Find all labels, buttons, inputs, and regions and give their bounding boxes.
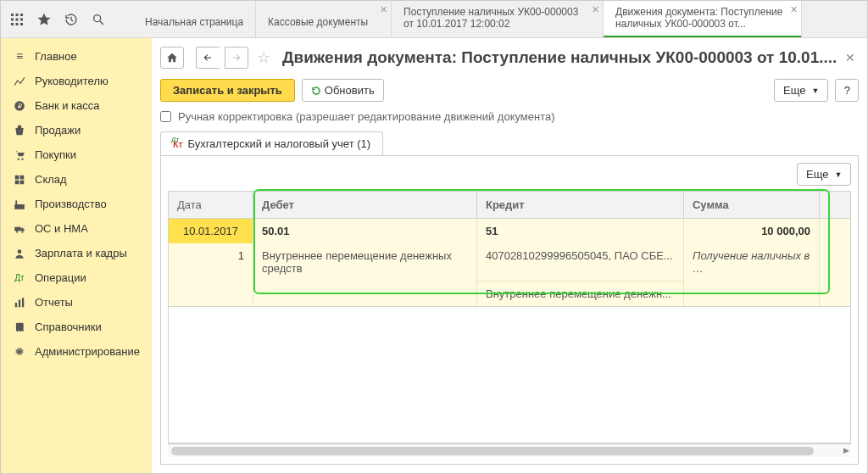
close-icon[interactable]: ✕ — [592, 4, 599, 15]
cell-debit-account: 50.01 — [253, 219, 477, 243]
ruble-icon: ₽ — [13, 100, 26, 112]
bars-icon — [13, 297, 26, 309]
more-label: Еще — [806, 168, 828, 181]
forward-button[interactable] — [225, 47, 248, 69]
sidebar-item-label: Администрирование — [35, 345, 140, 358]
scroll-right-icon[interactable]: ▶ — [843, 446, 849, 454]
boxes-icon — [13, 174, 26, 186]
history-icon[interactable] — [64, 12, 79, 27]
sidebar-item-purchases[interactable]: Покупки — [1, 142, 152, 167]
svg-rect-26 — [19, 299, 20, 307]
book-icon — [13, 321, 26, 333]
svg-point-22 — [16, 231, 18, 232]
tab-label: Поступление наличных УК00-000003 от 10.0… — [403, 6, 578, 30]
table-row[interactable]: Внутреннее перемещение денежн... — [169, 281, 850, 306]
svg-rect-6 — [11, 23, 14, 25]
svg-rect-7 — [16, 23, 19, 25]
page-title: Движения документа: Поступление наличных… — [282, 48, 837, 67]
sidebar-item-warehouse[interactable]: Склад — [1, 167, 152, 192]
sidebar-item-admin[interactable]: Администрирование — [1, 339, 152, 364]
svg-point-23 — [21, 231, 23, 232]
col-header-extra[interactable] — [820, 192, 850, 218]
sidebar-item-hr[interactable]: Зарплата и кадры — [1, 241, 152, 265]
svg-rect-0 — [11, 14, 14, 16]
svg-rect-3 — [11, 18, 14, 20]
close-icon[interactable]: ✕ — [380, 4, 387, 15]
more-button[interactable]: Еще ▼ — [774, 79, 828, 102]
table-row[interactable]: 10.01.2017 50.01 51 10 000,00 — [169, 219, 850, 243]
svg-rect-20 — [15, 200, 17, 204]
manual-edit-label: Ручная корректировка (разрешает редактир… — [178, 110, 555, 123]
nav-sidebar: ≡ Главное Руководителю ₽ Банк и касса Пр… — [1, 38, 152, 473]
operations-icon: Дт — [13, 273, 26, 282]
svg-rect-16 — [20, 175, 25, 179]
sidebar-item-label: Главное — [35, 50, 77, 63]
tab-label: Движения документа: Поступление наличных… — [615, 6, 782, 30]
col-header-credit[interactable]: Кредит — [477, 192, 684, 218]
scrollbar-thumb[interactable] — [171, 447, 814, 455]
sidebar-item-assets[interactable]: ОС и НМА — [1, 216, 152, 241]
sidebar-item-label: Склад — [35, 173, 67, 186]
cell-credit-desc2: Внутреннее перемещение денежн... — [477, 281, 684, 306]
apps-icon[interactable] — [9, 12, 25, 27]
sidebar-item-reports[interactable]: Отчеты — [1, 290, 152, 315]
close-icon[interactable]: ✕ — [842, 51, 859, 64]
sidebar-item-manager[interactable]: Руководителю — [1, 69, 152, 93]
grid-more-button[interactable]: Еще ▼ — [797, 163, 851, 186]
sidebar-item-label: Банк и касса — [35, 99, 100, 112]
tab-label: Кассовые документы — [268, 16, 368, 28]
top-tab-receipt[interactable]: Поступление наличных УК00-000003 от 10.0… — [392, 1, 604, 37]
horizontal-scrollbar[interactable]: ▶ — [168, 443, 851, 457]
svg-point-9 — [94, 14, 101, 21]
cell-credit-desc: 40702810299996505045, ПАО СБЕ... — [477, 243, 684, 281]
top-tab-movements[interactable]: Движения документа: Поступление наличных… — [604, 1, 802, 37]
svg-rect-21 — [14, 226, 20, 231]
person-icon — [13, 248, 26, 259]
manual-edit-checkbox[interactable] — [160, 111, 171, 122]
refresh-label: Обновить — [325, 84, 375, 97]
tab-label: Начальная страница — [145, 16, 243, 28]
sidebar-item-label: Покупки — [35, 148, 76, 161]
more-label: Еще — [783, 84, 805, 97]
sidebar-item-label: Справочники — [35, 321, 102, 333]
sidebar-item-label: Производство — [35, 198, 107, 210]
sidebar-item-sales[interactable]: Продажи — [1, 118, 152, 142]
tab-accounting[interactable]: Кт Бухгалтерский и налоговый учет (1) — [160, 131, 383, 155]
sidebar-item-catalogs[interactable]: Справочники — [1, 315, 152, 339]
help-button[interactable]: ? — [835, 79, 859, 102]
sidebar-item-label: Продажи — [35, 124, 81, 137]
cell-row-number: 1 — [169, 243, 253, 281]
col-header-date[interactable]: Дата — [169, 192, 253, 218]
cell-debit-desc: Внутреннее перемещение денежных средств — [253, 243, 477, 281]
cell-sum-desc: Получение наличных в … — [684, 243, 820, 281]
table-row[interactable]: 1 Внутреннее перемещение денежных средст… — [169, 243, 850, 281]
svg-rect-15 — [15, 175, 19, 179]
sidebar-item-bank[interactable]: ₽ Банк и касса — [1, 93, 152, 118]
chart-icon — [13, 75, 26, 87]
home-button[interactable] — [160, 47, 184, 69]
svg-rect-27 — [22, 298, 24, 307]
svg-rect-2 — [20, 14, 23, 16]
sidebar-item-operations[interactable]: Дт Операции — [1, 265, 152, 290]
search-icon[interactable] — [91, 12, 106, 27]
svg-rect-4 — [16, 18, 19, 20]
svg-rect-17 — [15, 180, 19, 184]
sidebar-item-label: Руководителю — [35, 75, 108, 87]
svg-rect-8 — [20, 23, 23, 25]
top-tab-cash[interactable]: Кассовые документы ✕ — [256, 1, 392, 37]
save-close-button[interactable]: Записать и закрыть — [160, 79, 295, 102]
menu-icon: ≡ — [13, 49, 26, 63]
favorite-star-icon[interactable]: ☆ — [253, 48, 274, 67]
sidebar-item-production[interactable]: Производство — [1, 192, 152, 216]
top-tab-home[interactable]: Начальная страница — [133, 1, 256, 37]
close-icon[interactable]: ✕ — [790, 4, 798, 15]
cart-icon — [13, 149, 26, 161]
star-icon[interactable] — [36, 12, 52, 27]
sidebar-item-label: Операции — [35, 271, 86, 284]
refresh-button[interactable]: Обновить — [302, 79, 384, 102]
back-button[interactable] — [196, 47, 220, 69]
col-header-sum[interactable]: Сумма — [684, 192, 820, 218]
sidebar-item-main[interactable]: ≡ Главное — [1, 43, 152, 69]
col-header-debit[interactable]: Дебет — [253, 192, 477, 218]
gear-icon — [13, 346, 26, 358]
